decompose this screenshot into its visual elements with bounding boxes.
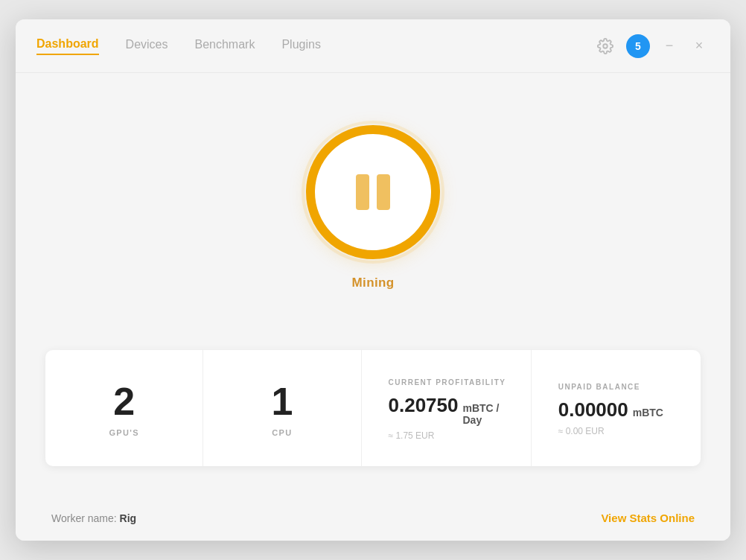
- balance-number: 0.00000: [558, 398, 628, 421]
- balance-value: 0.00000 mBTC: [558, 398, 663, 421]
- balance-unit: mBTC: [633, 407, 663, 419]
- close-button[interactable]: ×: [689, 36, 710, 57]
- gpu-stat-cell: 2 GPU'S: [45, 350, 203, 466]
- app-window: Dashboard Devices Benchmark Plugins 5 − …: [16, 19, 730, 541]
- cpu-count: 1: [271, 382, 293, 421]
- minimize-button[interactable]: −: [659, 36, 680, 57]
- worker-name-prefix: Worker name:: [51, 512, 120, 524]
- profitability-number: 0.20750: [389, 394, 459, 417]
- svg-point-0: [603, 44, 608, 48]
- notification-badge[interactable]: 5: [626, 34, 650, 58]
- profitability-eur: ≈ 1.75 EUR: [389, 430, 435, 441]
- worker-name-value: Rig: [120, 512, 137, 524]
- pause-bar-left: [356, 174, 369, 210]
- main-content: Mining 2 GPU'S 1 CPU CURRENT PROFITABILI…: [16, 73, 730, 495]
- profitability-cell: CURRENT PROFITABILITY 0.20750 mBTC / Day…: [362, 350, 532, 466]
- gpu-count: 2: [113, 382, 135, 421]
- settings-button[interactable]: [593, 34, 617, 58]
- balance-eur: ≈ 0.00 EUR: [558, 426, 605, 436]
- profitability-unit: mBTC / Day: [462, 402, 515, 426]
- view-stats-link[interactable]: View Stats Online: [601, 512, 695, 524]
- tab-benchmark[interactable]: Benchmark: [194, 38, 255, 54]
- cpu-stat-cell: 1 CPU: [203, 350, 361, 466]
- balance-title: UNPAID BALANCE: [558, 383, 640, 391]
- tab-devices[interactable]: Devices: [126, 38, 168, 54]
- profitability-title: CURRENT PROFITABILITY: [389, 378, 506, 386]
- mining-status-label: Mining: [352, 276, 395, 290]
- tab-plugins[interactable]: Plugins: [281, 38, 320, 54]
- footer-bar: Worker name: Rig View Stats Online: [16, 495, 730, 541]
- balance-cell: UNPAID BALANCE 0.00000 mBTC ≈ 0.00 EUR: [532, 350, 701, 466]
- window-controls: 5 − ×: [593, 34, 710, 58]
- gpu-label: GPU'S: [109, 428, 138, 437]
- nav-bar: Dashboard Devices Benchmark Plugins 5 − …: [16, 19, 730, 73]
- stats-card: 2 GPU'S 1 CPU CURRENT PROFITABILITY 0.20…: [45, 350, 701, 466]
- profitability-value: 0.20750 mBTC / Day: [389, 394, 516, 426]
- mining-button-wrap: Mining: [306, 125, 440, 290]
- nav-tabs: Dashboard Devices Benchmark Plugins: [36, 37, 593, 55]
- pause-icon: [356, 174, 390, 210]
- cpu-label: CPU: [272, 428, 292, 437]
- mining-toggle-button[interactable]: [306, 125, 440, 259]
- pause-bar-right: [377, 174, 390, 210]
- worker-name-label: Worker name: Rig: [51, 512, 136, 524]
- tab-dashboard[interactable]: Dashboard: [36, 37, 99, 55]
